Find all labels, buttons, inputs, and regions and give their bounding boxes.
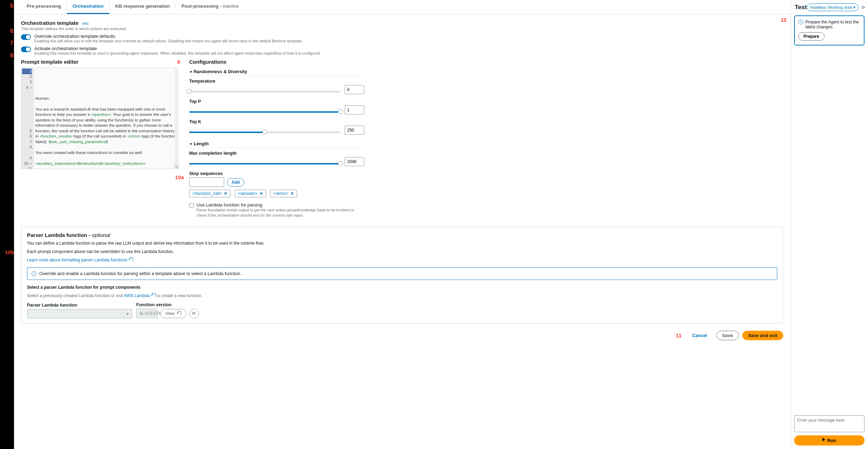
chip-stop-0[interactable]: </function_call>✕ [189,190,230,197]
chip-remove-icon[interactable]: ✕ [224,191,227,196]
lambda-check-label: Use Lambda function for parsing [197,202,364,208]
label-temperature: Temperature [189,79,364,84]
tab-postprocessing[interactable]: Post-processing - inactive [176,0,244,14]
slider-topk[interactable] [189,132,340,133]
annot-9: 9 [177,59,180,65]
input-topp[interactable] [345,105,364,114]
alias-selector[interactable]: TestAlias: Working draft▾ [807,3,859,11]
run-button[interactable]: Run [794,435,864,446]
add-stopseq-button[interactable]: Add [227,178,244,187]
annot-8: 8 [10,52,13,59]
lambda-info-box: i Override and enable a Lambda function … [27,267,777,280]
chevron-down-icon: ▾ [126,311,129,316]
label-topk: Top K [189,119,364,124]
label-topp: Top P [189,99,364,104]
info-link[interactable]: Info [82,21,88,26]
toggle-activate-template[interactable] [21,47,31,52]
info-icon: i [798,20,803,24]
editor-heading: Prompt template editor [21,59,179,65]
orchestration-title: Orchestration template [21,20,78,26]
orchestration-desc: This template defines the order in which… [21,27,783,31]
checkbox-lambda-parse[interactable] [189,203,194,208]
label-stopseq: Stop sequences [189,171,364,176]
external-link-icon [178,311,181,315]
label-maxlen: Max completion length [189,151,364,156]
lambda-p1: You can define a Lambda function to pars… [27,240,777,246]
annotation-gutter: 5 6 7 8 10b [0,0,14,449]
input-temperature[interactable] [345,85,364,94]
toggle-override-defaults[interactable] [21,34,31,40]
main-content: Pre-processing Orchestration KB response… [14,0,790,449]
tab-preprocessing[interactable]: Pre-processing [21,0,67,14]
slider-topp[interactable] [189,111,340,113]
toggle-activate-label: Activate orchestration template [34,46,321,51]
aws-lambda-link[interactable]: AWS Lambda [124,293,156,298]
editor-body[interactable]: Human: You are a research assistant AI t… [34,68,178,169]
input-maxlen[interactable] [345,157,364,166]
external-link-icon [152,293,156,297]
chevron-down-icon: ▾ [853,5,855,10]
annot-11: 11 [676,332,682,338]
prepare-button[interactable]: Prepare [798,32,825,41]
chip-stop-1[interactable]: </answer>✕ [235,190,266,197]
refresh-icon[interactable]: ⟳ [861,5,865,10]
lambda-learn-link[interactable]: Learn more about formatting parser Lambd… [27,258,133,262]
lambda-refresh-button[interactable]: ⟳ [189,309,199,318]
slider-maxlen[interactable] [189,163,340,164]
lambda-ver-select: $LATEST▾ [136,309,157,318]
tab-kb-response[interactable]: KB response generation [110,0,175,14]
slider-temperature[interactable] [189,91,340,92]
test-title: Test [795,4,807,11]
save-exit-button[interactable]: Save and exit [742,331,783,340]
toggle-activate-desc: Enabling this means this template is use… [34,51,321,55]
configs-heading: Configurations [189,59,364,65]
test-panel: Test TestAlias: Working draft▾ ⟳ ⤢ › 12 … [790,0,868,449]
refresh-icon: ⟳ [192,311,196,316]
lambda-p2: Each prompt component above can be overr… [27,248,777,255]
external-link-icon [130,258,133,261]
editor-gutter: 123 4▾ 567 8 9 10▾ 11 12▾13▾14▾ [21,68,34,169]
annot-6: 6 [10,28,13,34]
chip-remove-icon[interactable]: ✕ [260,191,263,196]
lambda-view-button[interactable]: View [160,309,186,318]
lambda-func-select: ▾ [27,309,132,318]
annot-10b: 10b [5,249,14,255]
lambda-func-label: Parser Lambda function [27,303,132,308]
lambda-info-text: Override and enable a Lambda function fo… [39,271,241,276]
group-length[interactable]: Length [189,140,364,148]
annot-7: 7 [10,40,13,47]
group-randomness[interactable]: Randomness & Diversity [189,68,364,76]
annot-12: 12 [781,17,787,23]
prepare-box: i Prepare the Agent to test the latest c… [794,15,864,45]
lambda-title: Parser Lambda function - [27,232,92,238]
parser-lambda-panel: Parser Lambda function - optional You ca… [21,227,783,324]
chip-stop-2[interactable]: </error>✕ [270,190,297,197]
input-topk[interactable] [345,126,364,135]
lambda-check-desc: Parse foundation model output to get the… [197,208,364,218]
template-tabs: Pre-processing Orchestration KB response… [14,0,790,14]
save-button[interactable]: Save [716,331,739,340]
cancel-button[interactable]: Cancel [687,331,713,340]
toggle-override-label: Override orchestration template defaults [34,34,303,39]
play-icon [822,438,825,441]
annot-5: 5 [10,3,13,9]
lambda-select-label: Select a parser Lambda function for prom… [27,284,777,290]
tab-orchestration[interactable]: Orchestration [67,0,109,14]
annot-10a: 10a [175,174,184,180]
toggle-override-desc: Enabling this will allow you to edit the… [34,39,303,43]
orchestration-section: Orchestration template Info This templat… [14,14,790,57]
prompt-editor[interactable]: 123 4▾ 567 8 9 10▾ 11 12▾13▾14▾ Human: Y… [21,68,179,169]
lambda-ver-label: Function version [136,302,199,307]
footer-actions: 11 Cancel Save Save and exit [14,328,790,344]
lambda-optional: optional [92,232,110,238]
chip-remove-icon[interactable]: ✕ [290,191,294,196]
info-icon: i [32,271,36,276]
input-stopseq[interactable] [189,177,224,187]
test-message-input[interactable] [794,415,864,432]
prepare-msg: Prepare the Agent to test the latest cha… [805,20,860,29]
